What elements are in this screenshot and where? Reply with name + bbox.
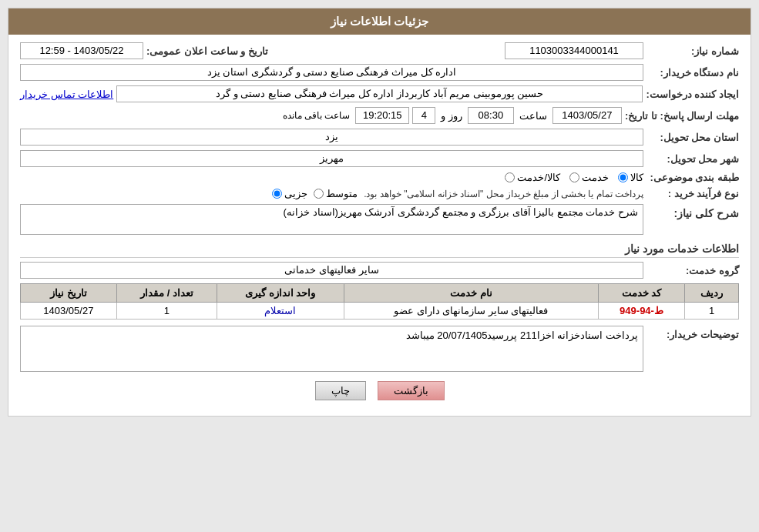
deadline-remaining-label: ساعت باقی مانده [283, 110, 351, 121]
category-row: طبقه بندی موضوعی: کالا/خدمت خدمت کالا [20, 172, 739, 183]
province-row: استان محل تحویل: یزد [20, 129, 739, 146]
radio-kala-input[interactable] [618, 172, 628, 182]
creator-link[interactable]: اطلاعات تماس خریدار [20, 89, 113, 100]
city-label: شهر محل تحویل: [646, 153, 739, 165]
buyer-desc-label: توضیحات خریدار: [646, 326, 739, 340]
deadline-days: 4 [412, 107, 435, 124]
need-number-value: 1103003344000141 [505, 42, 643, 59]
deadline-remaining: 19:20:15 [355, 107, 409, 124]
buyer-desc-value: پرداخت اسنادخزانه اخزا211 پررسید20/07/14… [20, 326, 643, 372]
radio-khadamat: خدمت [569, 172, 609, 183]
purchase-type-row: نوع فرآیند خرید : پرداخت تمام یا بخشی از… [20, 188, 739, 199]
category-label: طبقه بندی موضوعی: [646, 172, 739, 183]
th-service-code: کد خدمت [598, 284, 684, 303]
back-button[interactable]: بازگشت [378, 381, 445, 400]
description-row: شرح کلی نیاز: شرح خدمات مجتمع باليزا آقا… [20, 204, 739, 235]
city-value: مهریز [20, 150, 643, 167]
td-service-code: ط-94-949 [598, 303, 684, 320]
announcement-label: تاریخ و ساعت اعلان عمومی: [146, 45, 268, 57]
province-label: استان محل تحویل: [646, 132, 739, 143]
service-info-title: اطلاعات خدمات مورد نیاز [20, 243, 739, 258]
deadline-row: مهلت ارسال پاسخ: تا تاریخ: 1403/05/27 سا… [20, 107, 739, 124]
td-row-num: 1 [685, 303, 739, 320]
th-unit: واحد اندازه گیری [217, 284, 344, 303]
page-wrapper: جزئیات اطلاعات نیاز شماره نیاز: 11030033… [0, 0, 759, 532]
creator-value: حسین پورموبینی مریم آباد کاربرداز اداره … [116, 85, 643, 102]
panel-body: شماره نیاز: 1103003344000141 تاریخ و ساع… [8, 35, 751, 416]
deadline-days-label: روز و [441, 110, 462, 122]
purchase-type-group: پرداخت تمام یا بخشی از مبلغ خریداز محل "… [272, 188, 643, 199]
purchase-note: پرداخت تمام یا بخشی از مبلغ خریداز محل "… [364, 189, 643, 199]
radio-motovaset: متوسط [314, 188, 358, 199]
th-quantity: تعداد / مقدار [116, 284, 217, 303]
main-panel: جزئیات اطلاعات نیاز شماره نیاز: 11030033… [8, 8, 751, 417]
service-group-label: گروه خدمت: [646, 265, 739, 276]
radio-jozi: جزیی [272, 188, 307, 199]
td-quantity: 1 [116, 303, 217, 320]
th-service-name: نام خدمت [344, 284, 598, 303]
panel-title: جزئیات اطلاعات نیاز [331, 15, 428, 28]
radio-kala-khadamat-label: کالا/خدمت [517, 172, 560, 183]
description-label: شرح کلی نیاز: [646, 204, 739, 219]
city-row: شهر محل تحویل: مهریز [20, 150, 739, 167]
category-radio-group: کالا/خدمت خدمت کالا [505, 172, 643, 183]
org-row: نام دستگاه خریدار: اداره کل میراث فرهنگی… [20, 64, 739, 81]
radio-khadamat-label: خدمت [582, 172, 609, 183]
table-row: 1 ط-94-949 فعالیتهای سایر سازمانهای دارا… [21, 303, 739, 320]
radio-jozi-input[interactable] [272, 189, 282, 199]
province-value: یزد [20, 129, 643, 146]
deadline-time-label: ساعت [519, 110, 547, 122]
th-date: تاریخ نیاز [21, 284, 117, 303]
announcement-value: 1403/05/22 - 12:59 [20, 42, 143, 59]
purchase-type-label: نوع فرآیند خرید : [646, 188, 739, 199]
panel-header: جزئیات اطلاعات نیاز [8, 8, 751, 35]
org-value: اداره کل میراث فرهنگی صنایع دستی و گردشگ… [20, 64, 643, 81]
buttons-row: بازگشت چاپ [20, 381, 739, 408]
radio-khadamat-input[interactable] [569, 172, 579, 182]
radio-kala: کالا [618, 172, 643, 183]
th-row-num: ردیف [685, 284, 739, 303]
td-date: 1403/05/27 [21, 303, 117, 320]
announcement-row: شماره نیاز: 1103003344000141 تاریخ و ساع… [20, 42, 739, 59]
td-unit: استعلام [217, 303, 344, 320]
radio-motovaset-input[interactable] [314, 189, 324, 199]
need-number-label: شماره نیاز: [646, 45, 739, 57]
buyer-desc-row: توضیحات خریدار: پرداخت اسنادخزانه اخزا21… [20, 326, 739, 372]
org-label: نام دستگاه خریدار: [646, 67, 739, 79]
deadline-label: مهلت ارسال پاسخ: تا تاریخ: [625, 110, 739, 122]
print-button[interactable]: چاپ [315, 381, 366, 400]
description-value: شرح خدمات مجتمع باليزا آقای برزگری و مجت… [20, 204, 643, 235]
creator-row: ایجاد کننده درخواست: حسین پورموبینی مریم… [20, 85, 739, 102]
radio-kala-khadamat: کالا/خدمت [505, 172, 560, 183]
radio-jozi-label: جزیی [284, 188, 307, 199]
radio-kala-khadamat-input[interactable] [505, 172, 515, 182]
service-group-row: گروه خدمت: سایر فعالیتهای خدماتی [20, 262, 739, 279]
service-group-value: سایر فعالیتهای خدماتی [20, 262, 643, 279]
radio-motovaset-label: متوسط [326, 188, 358, 199]
creator-label: ایجاد کننده درخواست: [646, 89, 739, 100]
deadline-date: 1403/05/27 [552, 107, 622, 124]
deadline-time: 08:30 [468, 107, 514, 124]
service-table: ردیف کد خدمت نام خدمت واحد اندازه گیری ت… [20, 283, 739, 320]
td-service-name: فعالیتهای سایر سازمانهای دارای عضو [344, 303, 598, 320]
radio-kala-label: کالا [630, 172, 643, 183]
